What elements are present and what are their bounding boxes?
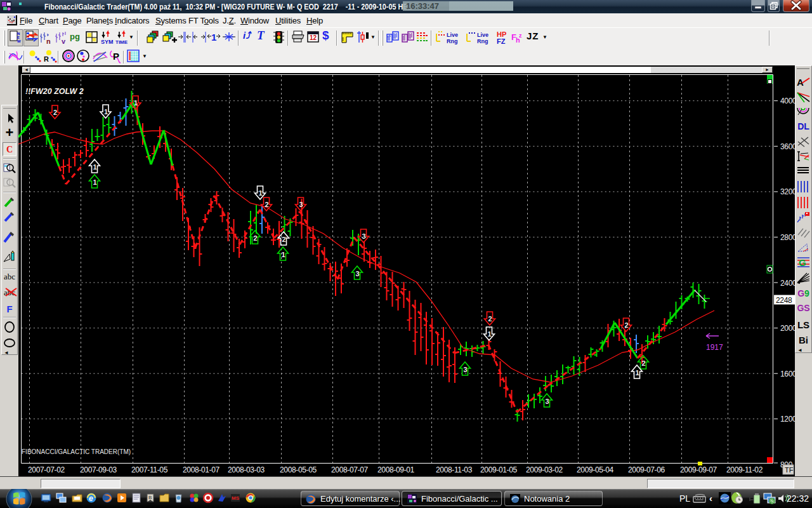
- svg-text:1917: 1917: [706, 343, 723, 352]
- svg-text:1: 1: [487, 330, 491, 338]
- svg-text:2400: 2400: [780, 279, 795, 288]
- svg-text:e: e: [89, 494, 93, 503]
- svg-text:2: 2: [488, 315, 492, 323]
- svg-text:12: 12: [310, 34, 317, 41]
- svg-text:Rng: Rng: [447, 38, 458, 44]
- svg-text:2007-11-05: 2007-11-05: [131, 465, 168, 474]
- svg-text:2008-07-07: 2008-07-07: [331, 465, 369, 474]
- svg-text:!!FW20 ZOLW 2: !!FW20 ZOLW 2: [25, 87, 84, 96]
- svg-text:3: 3: [355, 270, 359, 277]
- svg-text:3200: 3200: [780, 187, 795, 196]
- svg-text:1: 1: [281, 251, 285, 258]
- svg-text:3: 3: [545, 398, 549, 405]
- svg-text:W: W: [17, 39, 21, 43]
- svg-text:2008-05-05: 2008-05-05: [280, 465, 317, 474]
- svg-text:MS: MS: [232, 495, 240, 501]
- svg-text:2009-03-02: 2009-03-02: [526, 465, 563, 474]
- svg-text:2009-01-05: 2009-01-05: [480, 465, 518, 474]
- svg-text:TF: TF: [785, 466, 794, 474]
- svg-text:1: 1: [93, 163, 96, 171]
- svg-text:1: 1: [104, 108, 108, 116]
- svg-text:1200: 1200: [780, 415, 795, 424]
- svg-text:n: n: [46, 37, 51, 45]
- svg-text:4000: 4000: [780, 97, 795, 105]
- svg-text:R: R: [44, 55, 49, 63]
- svg-text:2: 2: [53, 109, 57, 116]
- svg-text:2008-11-03: 2008-11-03: [436, 465, 473, 474]
- svg-text:1: 1: [635, 369, 639, 377]
- svg-text:2: 2: [253, 234, 257, 242]
- svg-text:2009-11-02: 2009-11-02: [726, 465, 763, 474]
- svg-text:2008-03-03: 2008-03-03: [228, 465, 265, 474]
- svg-text:2007-09-03: 2007-09-03: [80, 465, 117, 474]
- svg-text:1: 1: [134, 99, 138, 107]
- svg-text:2009-07-06: 2009-07-06: [628, 465, 665, 474]
- svg-text:2248: 2248: [776, 296, 792, 305]
- svg-text:3: 3: [463, 366, 467, 373]
- svg-text:2: 2: [282, 236, 285, 243]
- svg-text:2008-09-01: 2008-09-01: [377, 465, 415, 474]
- svg-text:G: G: [799, 257, 806, 268]
- svg-text:2007-07-02: 2007-07-02: [28, 465, 65, 474]
- svg-text:FZ: FZ: [497, 37, 506, 45]
- svg-text:1: 1: [93, 178, 96, 186]
- svg-text:2: 2: [624, 321, 628, 329]
- svg-text:3: 3: [362, 232, 365, 240]
- svg-text:B: B: [148, 495, 152, 500]
- svg-text:2: 2: [265, 201, 268, 208]
- svg-text:2800: 2800: [780, 233, 795, 242]
- svg-text:SYM: SYM: [101, 39, 114, 45]
- svg-text:Live: Live: [447, 32, 458, 38]
- svg-text:2000: 2000: [780, 324, 795, 333]
- svg-text:1600: 1600: [780, 370, 795, 378]
- svg-text:Rng: Rng: [477, 38, 488, 44]
- svg-text:2008-01-07: 2008-01-07: [183, 465, 220, 474]
- svg-text:2009-09-07: 2009-09-07: [680, 465, 717, 474]
- svg-text:1: 1: [211, 32, 216, 43]
- svg-text:3: 3: [299, 201, 303, 208]
- svg-text:TIME: TIME: [115, 39, 128, 45]
- svg-text:3600: 3600: [780, 142, 795, 151]
- svg-text:2: 2: [641, 359, 645, 367]
- svg-text:1: 1: [258, 189, 262, 197]
- svg-text:v: v: [62, 37, 66, 45]
- svg-text:Live: Live: [477, 32, 488, 38]
- svg-text:2009-05-04: 2009-05-04: [577, 465, 614, 474]
- svg-text:z: z: [519, 32, 522, 39]
- svg-text:FIBONACCI/GALACTIC TRADER(TM): FIBONACCI/GALACTIC TRADER(TM): [22, 448, 131, 455]
